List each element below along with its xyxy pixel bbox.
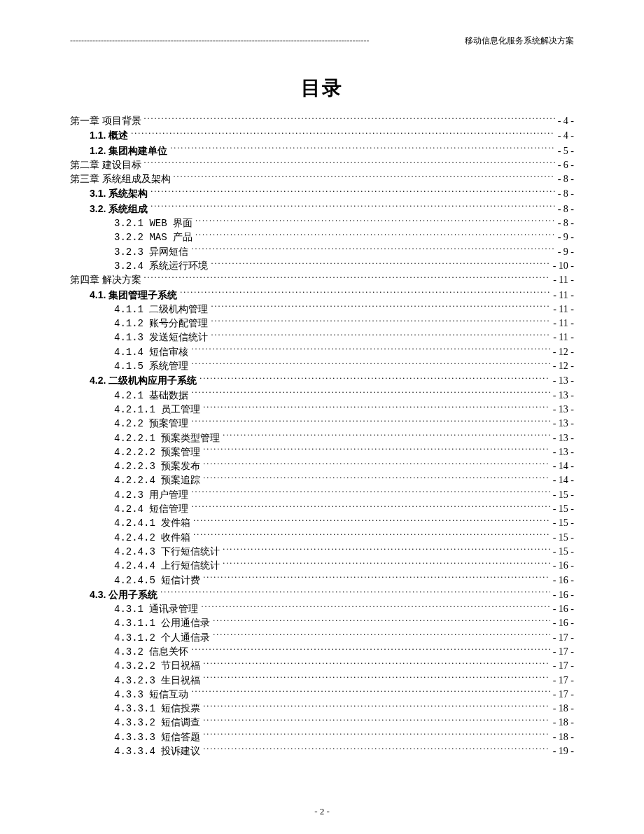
toc-leader-dots — [191, 359, 550, 369]
toc-entry-page: - 17 - — [550, 631, 574, 645]
toc-entry-label: 4.2.1.1 员工管理 — [114, 403, 203, 417]
toc-entry-label: 4.1.5 系统管理 — [114, 359, 191, 373]
header-rule: ----------------------------------------… — [70, 36, 463, 46]
toc-entry-page: - 15 - — [550, 502, 574, 516]
toc-entry-page: - 11 - — [550, 303, 574, 317]
toc-entry-label: 3.2. 系统组成 — [90, 202, 150, 216]
toc-entry-page: - 14 - — [550, 459, 574, 473]
toc-entry-page: - 10 - — [550, 259, 574, 273]
toc-entry: 4.2.2.4 预案追踪- 14 - — [70, 473, 574, 487]
toc-entry: 4.2.4 短信管理- 15 - — [70, 502, 574, 516]
toc-entry: 4.3.2.3 生日祝福- 17 - — [70, 674, 574, 688]
toc-entry: 4.3.2.2 节日祝福- 17 - — [70, 659, 574, 673]
toc-entry-label: 4.1.1 二级机构管理 — [114, 303, 211, 317]
toc-entry: 3.2.3 异网短信- 9 - — [70, 245, 574, 259]
toc-leader-dots — [200, 374, 550, 384]
toc-leader-dots — [195, 216, 555, 226]
toc-entry-label: 4.2.4.4 上行短信统计 — [114, 559, 223, 573]
toc-entry-label: 1.1. 概述 — [90, 128, 131, 142]
toc-entry-page: - 8 - — [555, 202, 574, 216]
toc-leader-dots — [203, 473, 550, 483]
toc-leader-dots — [213, 631, 550, 641]
toc-entry: 第三章 系统组成及架构- 8 - — [70, 172, 574, 186]
toc-entry: 4.1.3 发送短信统计- 11 - — [70, 331, 574, 345]
toc-entry-page: - 11 - — [550, 273, 574, 287]
toc-entry-page: - 15 - — [550, 531, 574, 545]
toc-leader-dots — [195, 230, 555, 240]
toc-entry-label: 4.3.2 信息关怀 — [114, 645, 191, 659]
toc-leader-dots — [203, 659, 550, 669]
toc-entry-page: - 8 - — [555, 172, 574, 186]
toc-leader-dots — [203, 744, 550, 754]
toc-entry: 第二章 建设目标- 6 - — [70, 158, 574, 172]
toc-entry-page: - 16 - — [550, 574, 574, 588]
toc-entry-label: 4.3.3 短信互动 — [114, 688, 191, 702]
toc-entry-label: 4.1.4 短信审核 — [114, 345, 191, 359]
toc-entry-label: 4.3.1.2 个人通信录 — [114, 631, 213, 645]
header-title: 移动信息化服务系统解决方案 — [463, 35, 574, 47]
document-page: ----------------------------------------… — [0, 0, 644, 834]
toc-leader-dots — [191, 645, 550, 655]
toc-leader-dots — [213, 616, 550, 626]
toc-entry: 4.3.2 信息关怀- 17 - — [70, 645, 574, 659]
toc-leader-dots — [203, 674, 550, 683]
toc-leader-dots — [131, 129, 554, 139]
toc-entry: 4.1.1 二级机构管理- 11 - — [70, 303, 574, 317]
toc-leader-dots — [180, 289, 550, 298]
page-header: ----------------------------------------… — [70, 35, 574, 47]
toc-entry: 4.2.4.2 收件箱- 15 - — [70, 531, 574, 545]
toc-entry: 1.1. 概述- 4 - — [70, 128, 574, 143]
toc-entry-label: 4.2.2.4 预案追踪 — [114, 473, 203, 487]
toc-leader-dots — [203, 403, 550, 412]
toc-entry-label: 4.2.4.5 短信计费 — [114, 574, 203, 588]
toc-leader-dots — [223, 559, 550, 569]
table-of-contents: 第一章 项目背景- 4 -1.1. 概述- 4 -1.2. 集团构建单位- 5 … — [70, 114, 574, 758]
toc-entry: 4.3.1 通讯录管理- 16 - — [70, 602, 574, 616]
toc-entry-page: - 6 - — [555, 158, 574, 172]
toc-entry-page: - 16 - — [550, 559, 574, 573]
toc-leader-dots — [191, 389, 550, 398]
toc-entry-label: 4.3.3.3 短信答题 — [114, 730, 203, 744]
toc-leader-dots — [223, 431, 550, 441]
toc-entry-page: - 8 - — [555, 216, 574, 230]
toc-entry-label: 4.3.1.1 公用通信录 — [114, 616, 213, 630]
toc-leader-dots — [203, 459, 550, 469]
toc-entry-page: - 17 - — [550, 659, 574, 673]
toc-entry: 4.3.3.2 短信调查- 18 - — [70, 716, 574, 730]
toc-entry-label: 4.2. 二级机构应用子系统 — [90, 373, 200, 387]
toc-entry: 4.2.2 预案管理- 13 - — [70, 417, 574, 431]
toc-entry-label: 4.1.3 发送短信统计 — [114, 331, 211, 345]
toc-entry-page: - 12 - — [550, 345, 574, 359]
toc-leader-dots — [203, 716, 550, 725]
toc-leader-dots — [170, 144, 554, 154]
page-number: - 2 - — [0, 806, 644, 817]
toc-entry-page: - 5 - — [555, 144, 574, 158]
toc-entry-label: 3.1. 系统架构 — [90, 186, 150, 200]
toc-entry: 4.2.2.1 预案类型管理- 13 - — [70, 431, 574, 445]
toc-entry-label: 第四章 解决方案 — [70, 273, 144, 287]
toc-entry: 4.1. 集团管理子系统- 11 - — [70, 288, 574, 303]
toc-entry-label: 3.2.1 WEB 界面 — [114, 216, 195, 230]
toc-entry-label: 4.1.2 账号分配管理 — [114, 317, 211, 331]
toc-entry: 4.2.4.3 下行短信统计- 15 - — [70, 545, 574, 559]
toc-entry-label: 4.2.2.3 预案发布 — [114, 459, 203, 473]
toc-leader-dots — [191, 417, 550, 426]
toc-entry-page: - 9 - — [555, 230, 574, 244]
toc-entry: 1.2. 集团构建单位- 5 - — [70, 144, 574, 158]
toc-leader-dots — [211, 259, 550, 269]
toc-entry-label: 4.2.2 预案管理 — [114, 417, 191, 431]
toc-entry: 3.1. 系统架构- 8 - — [70, 186, 574, 201]
toc-leader-dots — [191, 245, 554, 255]
toc-entry-label: 4.3.2.3 生日祝福 — [114, 674, 203, 688]
toc-entry: 4.2.2.3 预案发布- 14 - — [70, 459, 574, 473]
toc-entry: 4.2.1 基础数据- 13 - — [70, 389, 574, 403]
toc-entry-label: 第三章 系统组成及架构 — [70, 172, 174, 186]
toc-entry-label: 4.2.3 用户管理 — [114, 488, 191, 502]
toc-entry-label: 4.1. 集团管理子系统 — [90, 288, 180, 302]
toc-entry-page: - 4 - — [555, 129, 574, 143]
toc-leader-dots — [150, 187, 554, 197]
toc-entry: 4.1.2 账号分配管理- 11 - — [70, 317, 574, 331]
toc-leader-dots — [160, 588, 550, 598]
toc-entry-label: 3.2.3 异网短信 — [114, 245, 191, 259]
toc-leader-dots — [211, 303, 550, 312]
